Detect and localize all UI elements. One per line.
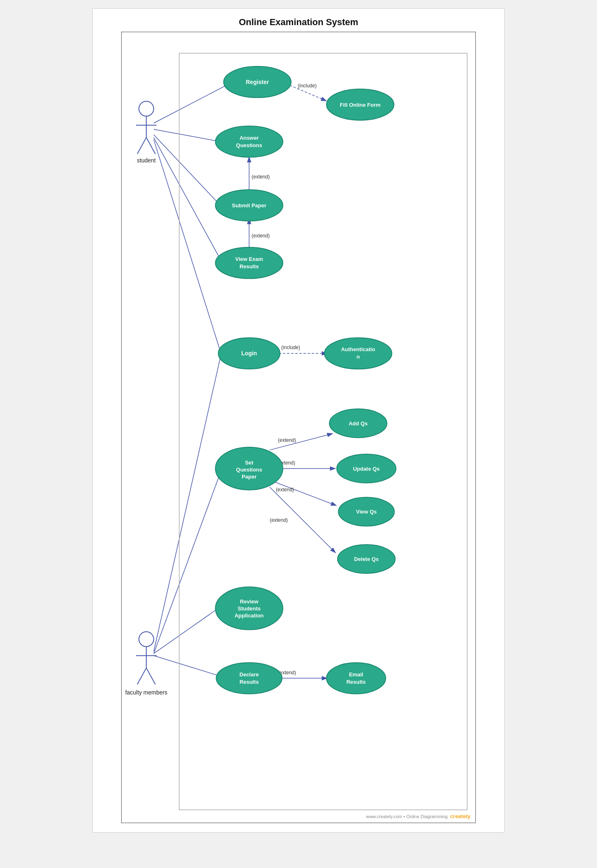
svg-text:View Exam: View Exam (235, 256, 263, 262)
svg-line-18 (154, 471, 221, 654)
svg-text:Paper: Paper (242, 474, 256, 480)
svg-text:Update Qs: Update Qs (353, 466, 380, 472)
svg-text:Application: Application (235, 612, 264, 619)
svg-text:Declare: Declare (240, 671, 259, 678)
svg-text:(extend): (extend) (251, 174, 270, 180)
svg-text:Login: Login (241, 350, 257, 357)
svg-text:Authenticatio: Authenticatio (341, 346, 375, 352)
svg-text:Delete Qs: Delete Qs (354, 556, 379, 562)
svg-line-12 (154, 82, 233, 123)
svg-text:Review: Review (240, 598, 259, 605)
svg-text:n: n (357, 354, 360, 360)
svg-text:Register: Register (246, 79, 269, 85)
svg-text:View Qs: View Qs (356, 509, 377, 515)
svg-text:(extend): (extend) (270, 517, 288, 523)
svg-line-17 (154, 357, 221, 651)
svg-rect-78 (179, 53, 467, 810)
svg-text:Results: Results (240, 679, 259, 685)
svg-text:(include): (include) (281, 345, 300, 350)
svg-line-19 (154, 606, 221, 654)
svg-line-16 (154, 140, 221, 352)
svg-line-13 (154, 129, 221, 142)
svg-point-7 (139, 632, 154, 647)
svg-text:Answer: Answer (240, 135, 259, 141)
svg-point-2 (139, 101, 154, 116)
svg-line-14 (154, 135, 221, 206)
svg-text:(extend): (extend) (276, 487, 294, 493)
svg-text:(extend): (extend) (278, 437, 296, 443)
svg-text:Email: Email (349, 671, 363, 678)
page-container: Online Examination System (92, 8, 505, 833)
svg-text:Submit Paper: Submit Paper (232, 202, 267, 209)
svg-line-11 (146, 668, 155, 685)
svg-text:Questions: Questions (236, 467, 262, 473)
svg-line-20 (154, 656, 221, 676)
faculty-label: faculty members (125, 689, 167, 696)
svg-line-15 (154, 138, 221, 261)
svg-text:Students: Students (238, 605, 261, 612)
student-label: student (137, 157, 156, 164)
svg-line-5 (137, 138, 146, 154)
svg-line-10 (137, 668, 146, 685)
page-title: Online Examination System (101, 17, 496, 28)
svg-text:(include): (include) (298, 83, 317, 89)
svg-text:Fill Online Form: Fill Online Form (340, 102, 381, 108)
svg-text:Results: Results (240, 263, 259, 270)
svg-text:(extend): (extend) (251, 233, 270, 239)
creately-badge: www.creately.com • Online Diagramming cr… (366, 813, 470, 819)
svg-text:Questions: Questions (236, 142, 262, 148)
svg-text:Add Qs: Add Qs (349, 420, 368, 427)
svg-text:Set: Set (245, 460, 254, 466)
svg-text:Results: Results (346, 679, 366, 685)
svg-line-33 (272, 481, 336, 506)
diagram-border: student faculty members (121, 32, 476, 823)
